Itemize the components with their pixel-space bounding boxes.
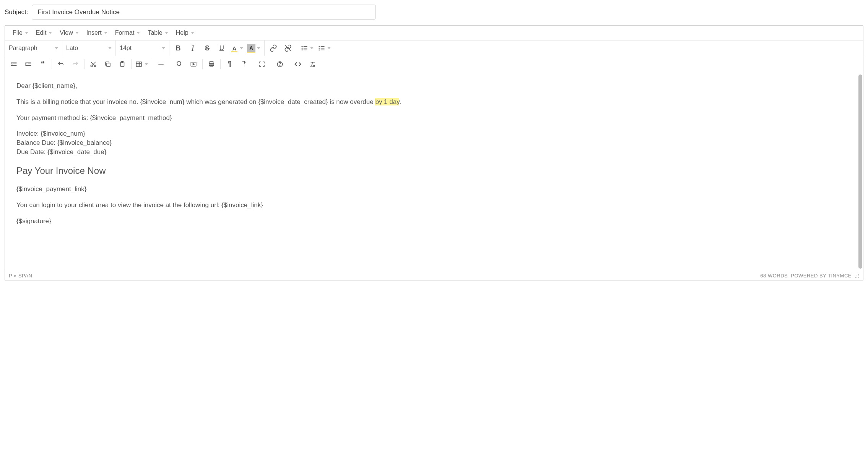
svg-rect-4 <box>304 48 307 49</box>
font-size-select[interactable]: 14pt <box>116 41 169 56</box>
content-line: Balance Due: {$invoice_balance} <box>16 138 852 147</box>
svg-rect-12 <box>319 50 320 50</box>
svg-point-40 <box>858 274 859 275</box>
redo-button[interactable] <box>68 57 83 71</box>
indent-icon <box>25 61 32 68</box>
paste-button[interactable] <box>115 57 130 71</box>
list-group <box>297 41 335 56</box>
caret-icon <box>145 63 150 65</box>
svg-point-42 <box>857 276 857 276</box>
numbered-list-button[interactable] <box>316 41 333 55</box>
subject-input[interactable] <box>32 5 376 20</box>
svg-rect-2 <box>304 46 307 47</box>
element-path[interactable]: P » SPAN <box>9 273 32 279</box>
italic-icon: I <box>192 44 194 53</box>
horizontal-rule-button[interactable] <box>154 57 168 71</box>
menu-view[interactable]: View <box>56 28 82 38</box>
ltr-button[interactable]: ¶ <box>222 57 237 71</box>
svg-rect-18 <box>26 65 31 66</box>
content-text: This is a billing notice that your invoi… <box>16 98 375 105</box>
bullet-list-icon <box>301 45 308 52</box>
bullet-list-button[interactable] <box>299 41 316 55</box>
outdent-button[interactable] <box>7 57 21 71</box>
caret-icon <box>25 32 28 34</box>
content-line: Due Date: {$invoice_date_due} <box>16 147 852 157</box>
clear-format-button[interactable] <box>305 57 320 71</box>
caret-icon <box>327 47 333 49</box>
menu-format[interactable]: Format <box>111 28 144 38</box>
content-line: Dear {$client_name}, <box>16 81 852 91</box>
svg-rect-11 <box>319 48 320 49</box>
media-button[interactable] <box>186 57 201 71</box>
invoice-details: Invoice: {$invoice_num} Balance Due: {$i… <box>16 129 852 156</box>
fullscreen-button[interactable] <box>255 57 269 71</box>
menu-view-label: View <box>60 29 73 36</box>
bold-icon: B <box>176 44 181 52</box>
caret-icon <box>137 32 140 34</box>
content-line: Invoice: {$invoice_num} <box>16 129 852 138</box>
unlink-button[interactable] <box>281 41 295 55</box>
caret-icon <box>55 47 58 49</box>
menu-table-label: Table <box>148 29 162 36</box>
cut-button[interactable] <box>86 57 101 71</box>
undo-icon <box>57 61 64 68</box>
menu-help[interactable]: Help <box>172 28 198 38</box>
word-count[interactable]: 68 WORDS <box>760 273 788 279</box>
caret-icon <box>49 32 52 34</box>
svg-point-44 <box>857 277 857 278</box>
text-color-button[interactable]: A <box>229 41 245 55</box>
redo-icon <box>72 61 79 68</box>
numbered-list-icon <box>318 45 325 52</box>
copy-icon <box>104 61 111 68</box>
menu-insert[interactable]: Insert <box>83 28 111 38</box>
svg-point-3 <box>302 48 303 49</box>
editor-content[interactable]: Dear {$client_name}, This is a billing n… <box>5 72 863 271</box>
svg-rect-16 <box>26 62 31 63</box>
svg-rect-6 <box>304 50 307 50</box>
resize-grip-icon[interactable] <box>855 274 859 278</box>
scrollbar[interactable] <box>858 75 862 269</box>
svg-rect-8 <box>321 48 325 49</box>
strikethrough-button[interactable]: S <box>200 41 215 55</box>
toolbar-row-1: Paragraph Lato 14pt B I S U A A <box>5 41 863 56</box>
underline-button[interactable]: U <box>215 41 229 55</box>
caret-icon <box>191 32 194 34</box>
menu-file[interactable]: File <box>9 28 32 38</box>
clear-format-icon <box>309 61 316 68</box>
indent-button[interactable] <box>21 57 36 71</box>
caret-icon <box>104 32 107 34</box>
caret-icon <box>310 47 316 49</box>
branding: POWERED BY TINYMCE <box>791 273 852 279</box>
menu-table[interactable]: Table <box>144 28 172 38</box>
strikethrough-icon: S <box>205 44 210 52</box>
bold-button[interactable]: B <box>171 41 185 55</box>
blockquote-button[interactable]: “ <box>36 57 50 71</box>
special-char-button[interactable]: Ω <box>172 57 186 71</box>
bg-color-button[interactable]: A <box>245 41 263 55</box>
menu-edit[interactable]: Edit <box>32 28 56 38</box>
link-button[interactable] <box>266 41 281 55</box>
undo-button[interactable] <box>54 57 68 71</box>
cut-icon <box>90 61 97 68</box>
svg-point-45 <box>855 277 856 278</box>
copy-button[interactable] <box>101 57 115 71</box>
print-button[interactable] <box>204 57 219 71</box>
svg-rect-26 <box>136 62 141 66</box>
toolbar-row-2: “ Ω ¶ ¶ <box>5 56 863 72</box>
font-family-select[interactable]: Lato <box>62 41 116 56</box>
rtl-button[interactable]: ¶ <box>237 57 251 71</box>
highlighted-text: by 1 day <box>375 98 399 105</box>
caret-icon <box>162 47 165 49</box>
code-button[interactable] <box>291 57 305 71</box>
block-format-value: Paragraph <box>9 45 37 52</box>
hr-icon <box>158 61 164 68</box>
table-button[interactable] <box>133 57 150 71</box>
content-text: . <box>399 98 401 105</box>
italic-button[interactable]: I <box>185 41 200 55</box>
menu-help-label: Help <box>176 29 189 36</box>
bg-color-icon: A <box>247 44 255 52</box>
block-format-select[interactable]: Paragraph <box>5 41 62 56</box>
svg-rect-15 <box>11 65 17 66</box>
help-button[interactable] <box>273 57 287 71</box>
link-group <box>265 41 297 56</box>
